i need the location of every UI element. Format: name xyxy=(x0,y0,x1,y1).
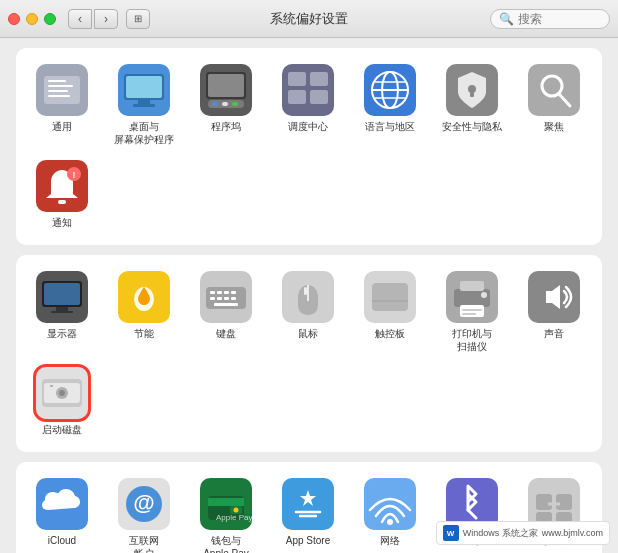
svg-rect-37 xyxy=(58,200,66,204)
icon-item-sound[interactable]: 声音 xyxy=(516,267,592,357)
svg-rect-4 xyxy=(48,90,68,92)
svg-rect-42 xyxy=(44,283,80,305)
window-title: 系统偏好设置 xyxy=(270,10,348,28)
svg-rect-19 xyxy=(282,64,334,116)
icon-item-wallet[interactable]: Apple Pay钱包与 Apple Pay xyxy=(188,474,264,553)
search-input[interactable] xyxy=(518,12,608,26)
svg-rect-57 xyxy=(214,303,238,306)
icon-img-mouse xyxy=(282,271,334,323)
icon-item-display[interactable]: 显示器 xyxy=(24,267,100,357)
search-icon: 🔍 xyxy=(499,12,514,26)
icon-img-language xyxy=(364,64,416,116)
icon-img-icloud xyxy=(36,478,88,530)
icon-label-appstore: App Store xyxy=(286,534,330,547)
svg-rect-3 xyxy=(48,85,73,87)
icon-grid-row2: 显示器节能键盘鼠标触控板打印机与 扫描仪声音启动磁盘 xyxy=(24,267,594,440)
watermark: W Windows 系统之家 www.bjmlv.com xyxy=(436,521,610,545)
icon-item-startup[interactable]: 启动磁盘 xyxy=(24,363,100,440)
icon-label-display: 显示器 xyxy=(47,327,77,340)
svg-rect-22 xyxy=(288,90,306,104)
svg-rect-65 xyxy=(454,289,490,307)
icon-label-energy: 节能 xyxy=(134,327,154,340)
svg-rect-32 xyxy=(470,91,474,97)
svg-rect-18 xyxy=(232,102,238,106)
icon-item-network[interactable]: 网络 xyxy=(352,474,428,553)
icon-item-icloud[interactable]: iCloud xyxy=(24,474,100,553)
svg-rect-8 xyxy=(126,76,162,98)
svg-rect-88 xyxy=(282,478,334,530)
icon-item-dock[interactable]: 程序坞 xyxy=(188,60,264,150)
svg-rect-51 xyxy=(224,291,229,294)
icon-label-internet: 互联网 帐户 xyxy=(129,534,159,553)
svg-rect-53 xyxy=(210,297,215,300)
svg-text:@: @ xyxy=(133,490,154,515)
icon-item-appstore[interactable]: App Store xyxy=(270,474,346,553)
maximize-button[interactable] xyxy=(44,13,56,25)
icon-label-printer: 打印机与 扫描仪 xyxy=(452,327,492,353)
icon-item-spotlight[interactable]: 聚焦 xyxy=(516,60,592,150)
icon-label-spotlight: 聚焦 xyxy=(544,120,564,133)
svg-text:Apple Pay: Apple Pay xyxy=(216,513,252,522)
icon-label-startup: 启动磁盘 xyxy=(42,423,82,436)
icon-img-sound xyxy=(528,271,580,323)
icon-label-sound: 声音 xyxy=(544,327,564,340)
svg-text:!: ! xyxy=(73,170,76,180)
icon-img-wallet: Apple Pay xyxy=(200,478,252,530)
icon-img-general xyxy=(36,64,88,116)
svg-rect-66 xyxy=(460,281,484,291)
icon-label-trackpad: 触控板 xyxy=(375,327,405,340)
icon-img-network xyxy=(364,478,416,530)
icon-item-internet[interactable]: @互联网 帐户 xyxy=(106,474,182,553)
main-content: 通用桌面与 屏幕保护程序程序坞调度中心语言与地区安全性与隐私聚焦!通知显示器节能… xyxy=(0,38,618,553)
icon-item-missioncontrol[interactable]: 调度中心 xyxy=(270,60,346,150)
icon-item-notifications[interactable]: !通知 xyxy=(24,156,100,233)
grid-view-button[interactable]: ⊞ xyxy=(126,9,150,29)
svg-rect-55 xyxy=(224,297,229,300)
icon-label-dock: 程序坞 xyxy=(211,120,241,133)
search-box[interactable]: 🔍 xyxy=(490,9,610,29)
svg-rect-20 xyxy=(288,72,306,86)
icon-img-keyboard xyxy=(200,271,252,323)
icon-item-mouse[interactable]: 鼠标 xyxy=(270,267,346,357)
icon-item-energy[interactable]: 节能 xyxy=(106,267,182,357)
svg-rect-69 xyxy=(462,313,476,315)
svg-point-86 xyxy=(234,508,239,513)
svg-rect-33 xyxy=(528,64,580,116)
icon-label-mouse: 鼠标 xyxy=(298,327,318,340)
icon-img-dock xyxy=(200,64,252,116)
icon-item-security[interactable]: 安全性与隐私 xyxy=(434,60,510,150)
back-button[interactable]: ‹ xyxy=(68,9,92,29)
svg-rect-62 xyxy=(372,283,408,311)
icon-item-desktop[interactable]: 桌面与 屏幕保护程序 xyxy=(106,60,182,150)
icon-item-language[interactable]: 语言与地区 xyxy=(352,60,428,150)
icon-item-keyboard[interactable]: 键盘 xyxy=(188,267,264,357)
icon-img-internet: @ xyxy=(118,478,170,530)
icon-item-trackpad[interactable]: 触控板 xyxy=(352,267,428,357)
svg-rect-17 xyxy=(222,102,228,106)
icon-label-icloud: iCloud xyxy=(48,534,76,547)
minimize-button[interactable] xyxy=(26,13,38,25)
svg-rect-50 xyxy=(217,291,222,294)
svg-rect-94 xyxy=(556,494,572,510)
svg-rect-14 xyxy=(208,74,244,97)
watermark-logo: W xyxy=(443,525,459,541)
icon-item-general[interactable]: 通用 xyxy=(24,60,100,150)
forward-button[interactable]: › xyxy=(94,9,118,29)
icon-img-startup xyxy=(36,367,88,419)
icon-img-energy xyxy=(118,271,170,323)
svg-rect-44 xyxy=(51,311,73,313)
svg-point-70 xyxy=(481,292,487,298)
icon-item-printer[interactable]: 打印机与 扫描仪 xyxy=(434,267,510,357)
svg-point-76 xyxy=(59,390,65,396)
svg-rect-68 xyxy=(462,309,482,311)
svg-rect-60 xyxy=(304,287,307,295)
svg-rect-16 xyxy=(212,102,218,106)
icon-label-security: 安全性与隐私 xyxy=(442,120,502,133)
icon-img-security xyxy=(446,64,498,116)
icon-label-network: 网络 xyxy=(380,534,400,547)
close-button[interactable] xyxy=(8,13,20,25)
svg-rect-93 xyxy=(536,494,552,510)
icon-img-printer xyxy=(446,271,498,323)
traffic-lights xyxy=(8,13,56,25)
svg-point-90 xyxy=(387,519,393,525)
